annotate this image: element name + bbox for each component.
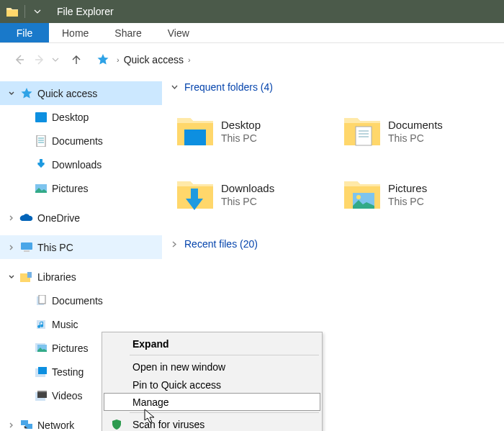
- sidebar-item-label: Documents: [52, 135, 103, 147]
- menu-item-expand[interactable]: Expand: [104, 335, 320, 353]
- group-header-label: Frequent folders (4): [184, 81, 273, 93]
- chevron-right-icon[interactable]: [4, 244, 19, 251]
- folder-item-pictures[interactable]: Pictures This PC: [336, 166, 503, 222]
- recent-dropdown[interactable]: [52, 58, 62, 62]
- folder-name: Pictures: [388, 182, 427, 194]
- folder-app-icon: [6, 5, 19, 18]
- back-button[interactable]: [9, 50, 29, 70]
- sidebar-item-label: Libraries: [37, 271, 76, 283]
- group-recent-files[interactable]: Recent files (20): [169, 238, 504, 250]
- menu-item-manage[interactable]: Manage: [104, 393, 320, 411]
- shield-icon: [111, 419, 122, 430]
- picture-library-icon: [33, 343, 49, 353]
- body: Quick access Desktop Documents Downloads: [0, 76, 504, 431]
- svg-rect-14: [38, 367, 47, 374]
- context-menu: Expand Open in new window Pin to Quick a…: [102, 332, 323, 431]
- picture-icon: [33, 184, 49, 193]
- sidebar-item-pictures[interactable]: Pictures: [0, 176, 162, 200]
- titlebar-divider: [24, 5, 25, 18]
- folder-item-downloads[interactable]: Downloads This PC: [169, 166, 336, 222]
- music-library-icon: [33, 319, 49, 330]
- download-icon: [33, 159, 49, 171]
- menu-item-scan-viruses[interactable]: Scan for viruses: [104, 415, 320, 431]
- menu-item-label: Scan for viruses: [132, 419, 204, 430]
- sidebar-item-label: Downloads: [52, 159, 102, 171]
- chevron-down-icon[interactable]: [4, 273, 19, 281]
- folder-pictures-icon: [336, 177, 388, 212]
- svg-rect-9: [39, 295, 45, 304]
- svg-rect-4: [21, 242, 32, 250]
- tab-share[interactable]: Share: [102, 23, 154, 42]
- window-title: File Explorer: [57, 6, 114, 17]
- folder-name: Documents: [388, 119, 443, 131]
- sidebar-item-label: This PC: [37, 242, 73, 253]
- onedrive-icon: [19, 213, 35, 223]
- chevron-right-icon[interactable]: [4, 422, 19, 429]
- group-frequent-folders[interactable]: Frequent folders (4): [169, 81, 504, 93]
- sidebar-item-downloads[interactable]: Downloads: [0, 153, 162, 176]
- sidebar-item-this-pc[interactable]: This PC: [0, 235, 162, 259]
- library-icon: [19, 272, 35, 282]
- desktop-icon: [33, 112, 49, 122]
- document-icon: [33, 135, 49, 147]
- sidebar-item-documents[interactable]: Documents: [0, 129, 162, 153]
- menu-item-pin-quick-access[interactable]: Pin to Quick access: [104, 376, 320, 394]
- ribbon-tabs: File Home Share View: [0, 23, 504, 43]
- star-icon: [19, 87, 35, 100]
- svg-rect-2: [40, 159, 42, 164]
- folder-item-documents[interactable]: Documents This PC: [336, 103, 503, 159]
- network-icon: [19, 420, 35, 430]
- chevron-right-icon[interactable]: [4, 214, 19, 222]
- folder-location: This PC: [388, 196, 427, 207]
- folder-location: This PC: [221, 132, 261, 144]
- svg-rect-20: [184, 130, 206, 145]
- folder-location: This PC: [388, 132, 443, 144]
- sidebar-item-desktop[interactable]: Desktop: [0, 105, 162, 129]
- svg-rect-0: [35, 112, 47, 122]
- folder-location: This PC: [221, 196, 274, 207]
- tab-view[interactable]: View: [155, 23, 202, 42]
- chevron-down-icon[interactable]: [4, 90, 19, 97]
- tab-home[interactable]: Home: [49, 23, 102, 42]
- video-library-icon: [33, 391, 49, 401]
- menu-separator: [130, 355, 319, 355]
- chevron-down-icon[interactable]: [31, 5, 44, 18]
- titlebar: File Explorer: [0, 0, 504, 23]
- navbar: › Quick access ›: [0, 43, 504, 76]
- sidebar-item-label: Pictures: [52, 183, 89, 194]
- menu-separator: [130, 412, 319, 413]
- svg-rect-1: [37, 135, 45, 147]
- svg-rect-17: [37, 391, 47, 392]
- svg-rect-21: [356, 127, 372, 145]
- sidebar-item-label: Pictures: [52, 342, 89, 354]
- up-button[interactable]: [66, 50, 86, 70]
- folder-documents-icon: [336, 114, 388, 148]
- group-header-label: Recent files (20): [184, 238, 258, 250]
- breadcrumb-text[interactable]: Quick access: [124, 54, 184, 65]
- sidebar-item-lib-documents[interactable]: Documents: [0, 289, 162, 312]
- chevron-right-icon[interactable]: ›: [188, 55, 191, 64]
- folder-downloads-icon: [169, 177, 221, 212]
- document-library-icon: [33, 295, 49, 307]
- breadcrumb[interactable]: › Quick access ›: [94, 50, 495, 70]
- sidebar-item-label: Testing: [52, 366, 84, 378]
- sidebar-item-label: Videos: [52, 390, 83, 401]
- folder-desktop-icon: [169, 114, 221, 148]
- computer-icon: [19, 242, 35, 253]
- sidebar-item-label: Desktop: [52, 112, 89, 123]
- sidebar-item-libraries[interactable]: Libraries: [0, 265, 162, 289]
- star-icon: [96, 53, 109, 66]
- sidebar-item-quick-access[interactable]: Quick access: [0, 81, 162, 105]
- folder-item-desktop[interactable]: Desktop This PC: [169, 103, 336, 159]
- sidebar-item-label: Quick access: [37, 88, 97, 99]
- chevron-down-icon[interactable]: [171, 83, 179, 91]
- chevron-right-icon[interactable]: [171, 240, 179, 248]
- folder-grid: Desktop This PC Documents This PC Down: [169, 103, 504, 230]
- svg-rect-7: [27, 272, 32, 278]
- forward-button[interactable]: [30, 50, 50, 70]
- menu-item-open-new-window[interactable]: Open in new window: [104, 358, 320, 376]
- sidebar-item-onedrive[interactable]: OneDrive: [0, 206, 162, 230]
- testing-library-icon: [33, 367, 49, 377]
- chevron-right-icon[interactable]: ›: [117, 55, 120, 64]
- tab-file[interactable]: File: [0, 23, 49, 42]
